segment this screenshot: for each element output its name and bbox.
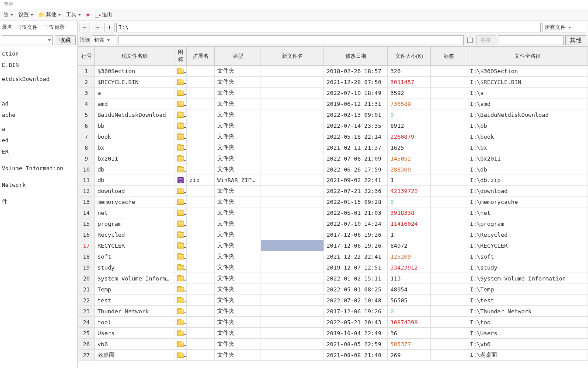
col-ext[interactable]: 扩展名 (187, 47, 215, 66)
nav-back-button[interactable]: ← (80, 23, 90, 32)
file-grid-wrap[interactable]: 行号 现文件名称 图标 扩展名 类型 新文件名 修改日期 文件大小(K) 标签 … (78, 46, 588, 368)
tree-item[interactable]: Network (0, 179, 77, 191)
table-row[interactable]: 9bx2011文件夹2022-07-08 21:09145052I:\bx201… (78, 153, 588, 164)
cell-newname[interactable] (261, 175, 324, 186)
heart-icon[interactable]: ♥ (84, 11, 91, 19)
table-row[interactable]: 3a文件夹2022-07-10 18:493592I:\a (78, 88, 588, 98)
path-input[interactable] (116, 23, 541, 32)
table-row[interactable]: 21Temp文件夹2022-05-01 08:2548954I:\Temp (78, 284, 588, 295)
favorites-combo[interactable] (2, 35, 53, 45)
favorite-button[interactable]: 收藏 (55, 35, 76, 45)
cell-newname[interactable] (261, 207, 324, 218)
col-path[interactable]: 文件全路径 (467, 47, 588, 66)
cell-newname[interactable] (261, 88, 324, 98)
table-row[interactable]: 6bb文件夹2022-07-14 23:358912I:\bb (78, 120, 588, 131)
table-row[interactable]: 14net文件夹2022-05-01 21:033918338I:\net (78, 207, 588, 218)
filter-mode-combo[interactable]: 包含 (92, 35, 116, 45)
cell-newname[interactable] (261, 109, 324, 120)
cell-newname[interactable] (261, 120, 324, 131)
filetype-combo[interactable]: 所有文件 (543, 23, 586, 32)
filter-input[interactable] (118, 35, 464, 45)
menu-other[interactable]: 📁其他 (37, 10, 63, 19)
table-row[interactable]: 26vb6文件夹2021-08-05 22:59505377I:\vb6 (78, 339, 588, 350)
other-button[interactable]: 其他 (565, 35, 586, 45)
tree-item[interactable]: ER (0, 146, 77, 158)
tree-item[interactable]: E.BIN (0, 60, 77, 71)
table-row[interactable]: 8bx文件夹2021-02-11 21:371625I:\bx (78, 142, 588, 153)
col-type[interactable]: 类型 (215, 47, 261, 66)
only-files-checkbox[interactable]: 仅文件 (14, 24, 39, 31)
table-row[interactable]: 27老桌面文件夹2021-08-08 21:40269I:\老桌面 (78, 350, 588, 361)
table-row[interactable]: 23Thunder Network文件夹2017-12-06 19:260I:\… (78, 306, 588, 317)
cell-icon (174, 240, 187, 251)
table-row[interactable]: 25Users文件夹2019-10-04 22:4936I:\Users (78, 328, 588, 339)
table-row[interactable]: 4amd文件夹2019-06-12 21:31736589I:\amd (78, 98, 588, 109)
tree-item[interactable]: a (0, 123, 77, 135)
cell-newname[interactable] (261, 229, 324, 240)
cell-tag (431, 120, 467, 131)
cell-newname[interactable] (261, 218, 324, 229)
cell-newname[interactable] (261, 317, 324, 328)
cell-newname[interactable] (261, 153, 324, 164)
tree-item[interactable]: etdiskDownload (0, 74, 77, 85)
col-name[interactable]: 现文件名称 (95, 47, 174, 66)
col-tag[interactable]: 标签 (431, 47, 467, 66)
nav-up-button[interactable]: ↑ (104, 23, 115, 32)
menu-exit[interactable]: 退出 (93, 10, 114, 19)
nav-forward-button[interactable]: → (92, 23, 102, 32)
table-row[interactable]: 16Recycled文件夹2017-12-06 19:261I:\Recycle… (78, 229, 588, 240)
cell-newname[interactable] (261, 328, 324, 339)
col-newname[interactable]: 新文件名 (261, 47, 324, 66)
table-row[interactable]: 17RECYCLER文件夹2017-12-06 19:2684972I:\REC… (78, 240, 588, 251)
table-row[interactable]: 15program文件夹2022-07-10 14:2411416024I:\p… (78, 218, 588, 229)
table-row[interactable]: 19study文件夹2019-12-07 12:5133423912I:\stu… (78, 262, 588, 273)
menu-tools[interactable]: 工具 (64, 10, 83, 19)
col-rownum[interactable]: 行号 (78, 47, 95, 66)
tree-item[interactable]: 件 (0, 196, 77, 207)
table-row[interactable]: 11dbzipWinRAR ZIP...2021-09-02 22:411I:\… (78, 175, 588, 186)
cell-newname[interactable] (261, 164, 324, 175)
cell-newname[interactable] (261, 186, 324, 196)
table-row[interactable]: 18soft文件夹2021-12-22 22:41125209I:\soft (78, 251, 588, 262)
cell-newname[interactable] (261, 339, 324, 350)
table-row[interactable]: 24tool文件夹2022-05-21 20:4310874398I:\tool (78, 317, 588, 328)
table-row[interactable]: 12download文件夹2022-07-21 22:3642139720I:\… (78, 186, 588, 196)
only-dirs-checkbox[interactable]: 仅目录 (41, 24, 66, 31)
cell-newname[interactable] (261, 66, 324, 77)
folder-tree[interactable]: ctionE.BINetdiskDownloadadacheaedERVolum… (0, 46, 77, 368)
cell-newname[interactable] (261, 240, 324, 251)
cell-newname[interactable] (261, 131, 324, 142)
table-row[interactable]: 13memorycache文件夹2022-01-15 09:280I:\memo… (78, 196, 588, 207)
cell-newname[interactable] (261, 251, 324, 262)
table-row[interactable]: 7book文件夹2022-05-18 22:142260879I:\book (78, 131, 588, 142)
table-row[interactable]: 10db文件夹2022-06-26 17:59288309I:\db (78, 164, 588, 175)
col-size[interactable]: 文件大小(K) (388, 47, 431, 66)
tag-input[interactable] (498, 35, 564, 45)
menu-bookmark[interactable]: 签 (2, 10, 15, 19)
cell-newname[interactable] (261, 350, 324, 361)
cell-newname[interactable] (261, 142, 324, 153)
tree-item[interactable]: ache (0, 109, 77, 121)
cell-newname[interactable] (261, 306, 324, 317)
table-row[interactable]: 2$RECYCLE.BIN文件夹2021-12-28 07:503011457I… (78, 77, 588, 88)
table-row[interactable]: 5BaiduNetdiskDownload文件夹2022-02-13 09:01… (78, 109, 588, 120)
tree-item[interactable]: ction (0, 48, 77, 60)
tree-item[interactable]: Volume Information (0, 163, 77, 174)
table-row[interactable]: 22test文件夹2022-07-02 10:4856505I:\test (78, 295, 588, 306)
cell-newname[interactable] (261, 262, 324, 273)
filter-checkbox[interactable] (466, 38, 474, 43)
tree-item[interactable]: ad (0, 98, 77, 109)
table-row[interactable]: 20System Volume Informa...文件夹2022-01-02 … (78, 273, 588, 284)
cell-newname[interactable] (261, 295, 324, 306)
tree-item[interactable]: ed (0, 135, 77, 146)
menu-settings[interactable]: 设置 (17, 10, 35, 19)
col-date[interactable]: 修改日期 (324, 47, 388, 66)
cell-newname[interactable] (261, 196, 324, 207)
cell-date: 2019-06-12 21:31 (324, 98, 388, 109)
cell-newname[interactable] (261, 98, 324, 109)
table-row[interactable]: 1$360Section文件夹2018-02-26 18:57326I:\$36… (78, 66, 588, 77)
col-icon[interactable]: 图标 (174, 47, 187, 66)
cell-newname[interactable] (261, 273, 324, 284)
cell-newname[interactable] (261, 77, 324, 88)
cell-newname[interactable] (261, 284, 324, 295)
